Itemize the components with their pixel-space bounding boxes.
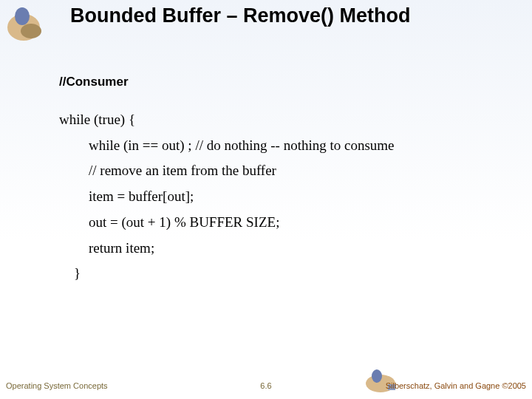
svg-point-2 [21,24,41,38]
code-line-7: } [59,265,502,283]
footer-copyright: Silberschatz, Galvin and Gagne ©2005 [386,381,526,390]
dinosaur-logo-bottom-right [362,365,399,395]
svg-point-4 [372,369,382,383]
code-line-6: return item; [59,239,502,258]
code-line-2: while (in == out) ; // do nothing -- not… [59,137,502,155]
code-line-4: item = buffer[out]; [59,188,502,206]
svg-point-1 [15,7,30,25]
code-line-1: while (true) { [59,111,502,129]
slide-title: Bounded Buffer – Remove() Method [70,4,517,27]
consumer-comment: //Consumer [59,74,502,90]
dinosaur-logo-top-left [1,1,46,46]
code-line-3: // remove an item from the buffer [59,162,502,180]
code-line-5: out = (out + 1) % BUFFER SIZE; [59,214,502,232]
footer-page-number: 6.6 [260,381,271,390]
slide-content: //Consumer while (true) { while (in == o… [59,74,502,290]
footer-left-text: Operating System Concepts [6,381,108,390]
